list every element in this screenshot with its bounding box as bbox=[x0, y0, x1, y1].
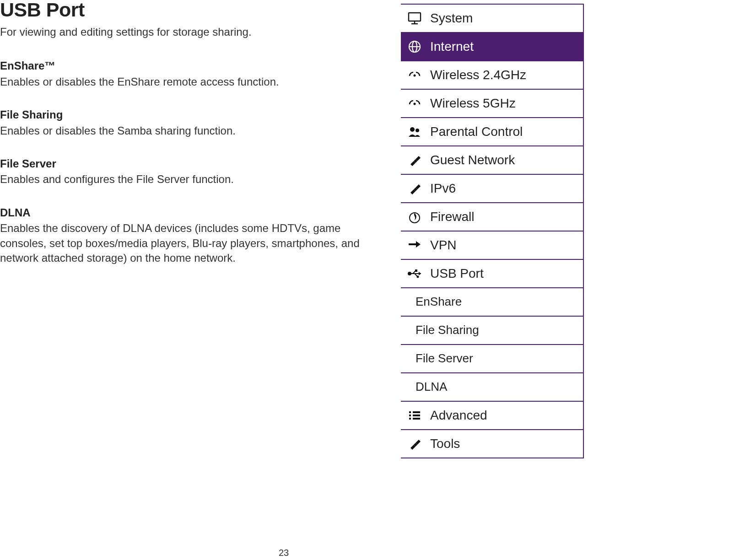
svg-rect-16 bbox=[409, 415, 411, 416]
svg-rect-13 bbox=[415, 269, 417, 272]
menu-label: Tools bbox=[428, 435, 583, 452]
svg-rect-17 bbox=[409, 418, 411, 420]
submenu-enshare[interactable]: EnShare bbox=[401, 288, 583, 317]
section-dlna: DLNA Enables the discovery of DLNA devic… bbox=[0, 205, 375, 266]
tools-icon bbox=[401, 154, 428, 167]
menu-tools[interactable]: Tools bbox=[401, 430, 583, 458]
menu-label: IPv6 bbox=[428, 180, 583, 197]
usb-icon bbox=[401, 269, 428, 278]
menu-advanced[interactable]: Advanced bbox=[401, 402, 583, 430]
section-desc: Enables or disables the EnShare remote a… bbox=[0, 75, 375, 89]
section-enshare: EnShare™ Enables or disables the EnShare… bbox=[0, 59, 375, 89]
menu-system[interactable]: System bbox=[401, 5, 583, 33]
svg-point-9 bbox=[416, 129, 419, 132]
tools-icon bbox=[401, 182, 428, 195]
section-desc: Enables or disables the Samba sharing fu… bbox=[0, 124, 375, 138]
menu-label: Wireless 5GHz bbox=[428, 95, 583, 112]
section-label: File Server bbox=[0, 156, 375, 171]
menu-label: Firewall bbox=[428, 208, 583, 226]
svg-point-14 bbox=[417, 276, 419, 278]
submenu-label: File Sharing bbox=[416, 322, 479, 338]
page-subtitle: For viewing and editing settings for sto… bbox=[0, 25, 375, 39]
section-desc: Enables and configures the File Server f… bbox=[0, 172, 375, 187]
svg-point-6 bbox=[414, 75, 416, 77]
menu-label: Guest Network bbox=[428, 151, 583, 169]
menu-label: Advanced bbox=[428, 407, 583, 424]
monitor-icon bbox=[401, 12, 428, 25]
menu-internet[interactable]: Internet bbox=[401, 33, 583, 61]
svg-rect-15 bbox=[409, 411, 411, 413]
menu-vpn[interactable]: VPN bbox=[401, 232, 583, 260]
menu-firewall[interactable]: Firewall bbox=[401, 203, 583, 232]
menu-label: System bbox=[428, 10, 583, 27]
menu-label: VPN bbox=[428, 237, 583, 254]
menu-parental-control[interactable]: Parental Control bbox=[401, 118, 583, 146]
tools-icon bbox=[401, 437, 428, 450]
flame-icon bbox=[401, 210, 428, 224]
section-file-sharing: File Sharing Enables or disables the Sam… bbox=[0, 108, 375, 138]
menu-label: Parental Control bbox=[428, 123, 583, 140]
article-body: USB Port For viewing and editing setting… bbox=[0, 0, 375, 284]
svg-rect-20 bbox=[413, 418, 420, 420]
svg-rect-18 bbox=[413, 411, 420, 413]
menu-label: USB Port bbox=[428, 265, 583, 282]
wifi-icon bbox=[401, 70, 428, 81]
menu-wireless-5[interactable]: Wireless 5GHz bbox=[401, 90, 583, 118]
svg-rect-19 bbox=[413, 415, 420, 416]
submenu-label: DLNA bbox=[416, 379, 447, 395]
menu-ipv6[interactable]: IPv6 bbox=[401, 175, 583, 203]
submenu-file-server[interactable]: File Server bbox=[401, 345, 583, 373]
wifi-icon bbox=[401, 98, 428, 109]
section-desc: Enables the discovery of DLNA devices (i… bbox=[0, 221, 375, 265]
menu-usb-port[interactable]: USB Port bbox=[401, 260, 583, 288]
menu-label: Internet bbox=[428, 38, 583, 55]
section-file-server: File Server Enables and configures the F… bbox=[0, 156, 375, 187]
menu-label: Wireless 2.4GHz bbox=[428, 66, 583, 84]
submenu-label: File Server bbox=[416, 350, 473, 366]
section-label: File Sharing bbox=[0, 108, 375, 122]
svg-point-7 bbox=[414, 103, 416, 105]
menu-wireless-24[interactable]: Wireless 2.4GHz bbox=[401, 61, 583, 90]
svg-rect-0 bbox=[409, 13, 421, 21]
section-label: DLNA bbox=[0, 205, 375, 220]
sidebar-menu: System Internet Wireless 2.4GHz bbox=[401, 4, 584, 458]
svg-point-8 bbox=[410, 127, 415, 132]
users-icon bbox=[401, 126, 428, 138]
submenu-file-sharing[interactable]: File Sharing bbox=[401, 317, 583, 345]
page-title: USB Port bbox=[0, 0, 375, 23]
arrows-icon bbox=[401, 240, 428, 251]
menu-guest-network[interactable]: Guest Network bbox=[401, 146, 583, 175]
submenu-label: EnShare bbox=[416, 294, 462, 310]
page-number: 23 bbox=[0, 547, 567, 559]
globe-icon bbox=[401, 40, 428, 54]
submenu-dlna[interactable]: DLNA bbox=[401, 373, 583, 402]
list-icon bbox=[401, 410, 428, 421]
section-label: EnShare™ bbox=[0, 59, 375, 73]
